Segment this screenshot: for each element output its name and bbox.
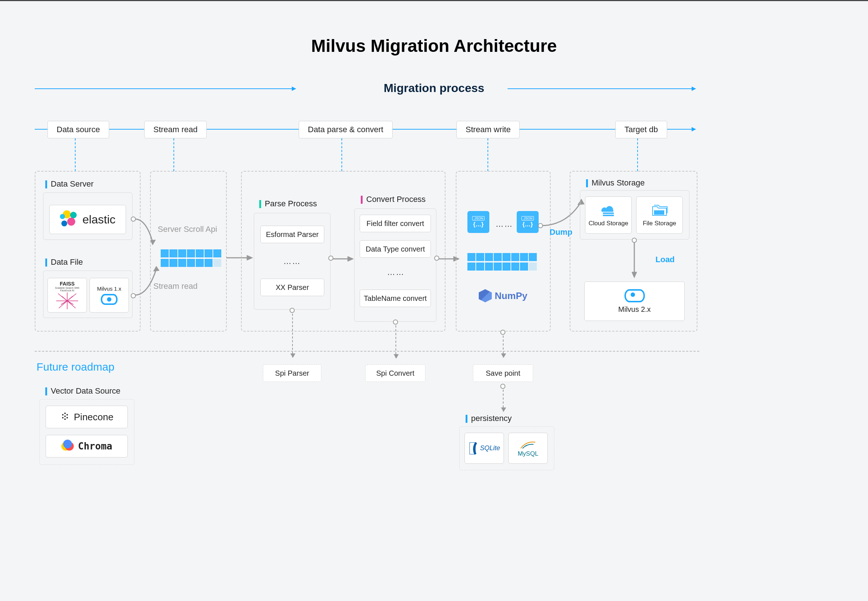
roadmap-divider	[35, 351, 699, 352]
card-sqlite: SQLite	[464, 433, 504, 464]
numpy-icon	[479, 289, 492, 302]
svg-point-15	[62, 414, 64, 415]
milvus-icon	[101, 294, 117, 305]
dots-parse: ……	[283, 257, 301, 266]
label-parse-process: Parse Process	[259, 199, 317, 209]
elastic-text: elastic	[82, 213, 116, 226]
elastic-icon	[60, 211, 78, 229]
card-milvus1x: Milvus 1.x	[90, 278, 129, 313]
sqlite-icon	[468, 441, 478, 456]
card-elastic: elastic	[49, 205, 126, 234]
arrow-load	[632, 242, 639, 279]
svg-point-17	[64, 415, 66, 417]
dot-spi-parse	[290, 308, 295, 313]
card-cloud-storage: Cloud Storage	[585, 197, 632, 234]
pinecone-icon	[60, 412, 70, 422]
file-storage-icon	[650, 203, 669, 218]
stage-stream-read: Stream read	[144, 121, 207, 138]
svg-marker-13	[632, 272, 637, 278]
card-spi-convert: Spi Convert	[365, 365, 426, 382]
svg-marker-1	[153, 266, 159, 271]
dot-savepoint	[500, 330, 505, 335]
label-convert-process: Convert Process	[361, 195, 426, 204]
json-tile-2: .JSON {…}	[517, 211, 538, 233]
label-dump: Dump	[549, 227, 572, 237]
stage-data-source: Data source	[47, 121, 109, 138]
svg-rect-11	[654, 211, 664, 215]
cloud-storage-text: Cloud Storage	[589, 220, 628, 227]
milvus2x-icon	[624, 289, 645, 302]
dash-parse	[342, 138, 342, 171]
dash-persist	[503, 390, 503, 412]
numpy-text: NumPy	[495, 290, 528, 302]
svg-marker-5	[348, 256, 354, 261]
svg-point-18	[62, 417, 64, 418]
svg-point-14	[64, 413, 66, 414]
blocks-write-1	[467, 253, 537, 261]
card-pinecone: Pinecone	[46, 406, 128, 428]
item-xx-parser: XX Parser	[260, 279, 324, 296]
card-save-point: Save point	[473, 365, 533, 382]
faiss-title: FAISS	[60, 281, 75, 287]
svg-rect-10	[603, 215, 614, 216]
svg-point-19	[66, 417, 68, 418]
chroma-text: Chroma	[78, 441, 113, 452]
subtitle-line-left	[35, 88, 296, 89]
dot-parse-out	[328, 256, 333, 261]
svg-point-16	[66, 414, 68, 415]
stage-parse-convert: Data parse & convert	[299, 121, 392, 138]
arrow-parse-convert	[333, 255, 355, 262]
item-esformat-parser: Esformat Parser	[260, 226, 324, 243]
dot-convert-out	[434, 256, 439, 261]
dash-spi-convert	[395, 325, 396, 358]
svg-marker-0	[151, 240, 156, 245]
dot-spi-convert	[393, 319, 398, 325]
item-datatype-convert: Data Type convert	[360, 240, 431, 258]
faiss-icon	[54, 292, 80, 310]
mysql-text: MySQL	[518, 450, 538, 458]
panel-stream-write	[456, 171, 551, 331]
subtitle: Migration process	[369, 81, 499, 95]
svg-point-20	[64, 418, 66, 420]
arrow-scroll-api	[135, 217, 159, 247]
card-mysql: MySQL	[508, 433, 548, 464]
card-spi-parser: Spi Parser	[263, 365, 321, 382]
item-field-filter: Field filter convert	[360, 215, 431, 232]
milvus1x-label: Milvus 1.x	[97, 285, 122, 292]
subtitle-line-right	[508, 88, 696, 89]
dash-savepoint	[503, 336, 503, 357]
label-data-server: Data Server	[45, 179, 93, 189]
svg-rect-9	[603, 212, 614, 214]
stage-stream-write: Stream write	[456, 121, 520, 138]
label-data-file: Data File	[45, 258, 83, 267]
dash-read	[174, 138, 174, 171]
stage-target-db: Target db	[615, 121, 667, 138]
cloud-storage-icon	[599, 203, 618, 218]
label-milvus-storage: Milvus Storage	[586, 178, 645, 188]
card-numpy: NumPy	[473, 284, 533, 307]
page-title: Milvus Migration Architecture	[0, 1, 868, 56]
sqlite-text: SQLite	[480, 444, 500, 452]
label-server-scroll: Server Scroll Api	[158, 224, 217, 234]
dot-dump	[538, 223, 543, 228]
card-faiss: FAISS Scalable Search With Facebook AI	[47, 278, 87, 313]
arrow-stream-read	[135, 265, 163, 297]
dots-convert: ……	[387, 268, 404, 277]
label-stream-read: Stream read	[153, 282, 198, 291]
pinecone-text: Pinecone	[74, 412, 113, 423]
card-file-storage: File Storage	[636, 197, 683, 234]
dash-write	[488, 138, 488, 171]
file-storage-text: File Storage	[643, 220, 676, 227]
dash-target	[637, 138, 638, 171]
blocks-read-1	[161, 249, 221, 258]
blocks-read-2	[161, 259, 221, 267]
label-persistency: persistency	[465, 414, 512, 423]
future-roadmap-title: Future roadmap	[37, 361, 114, 373]
card-chroma: Chroma	[46, 435, 128, 458]
label-load: Load	[656, 255, 675, 264]
item-tablename-convert: TableName convert	[360, 290, 431, 307]
dot-persist	[500, 384, 505, 389]
dots-json: ……	[496, 220, 513, 229]
card-milvus2x: Milvus 2.x	[584, 282, 685, 321]
dash-source	[75, 138, 76, 171]
